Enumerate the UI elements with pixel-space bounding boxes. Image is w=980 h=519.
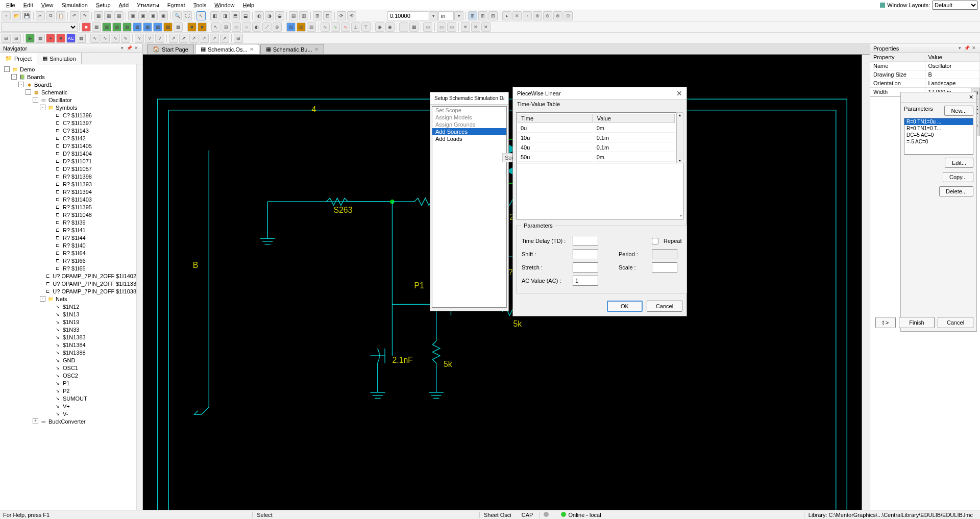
scale-input-pwl[interactable]: [652, 262, 677, 273]
tree-node[interactable]: -📗Boards: [0, 73, 136, 81]
tree-node[interactable]: ⊏D? $1I1071: [0, 157, 136, 165]
tree-node[interactable]: ↘$1N1384: [0, 341, 136, 349]
unit-down-icon[interactable]: ▾: [454, 11, 463, 20]
tb3-f[interactable]: ■: [56, 34, 65, 43]
menu-simulation[interactable]: Simulation: [57, 1, 91, 9]
tb3-h[interactable]: ▦: [77, 34, 86, 43]
tb2-t[interactable]: ▤: [286, 22, 296, 32]
tree-node[interactable]: ↘$1N1388: [0, 349, 136, 356]
tb2-aa[interactable]: ⊤: [361, 22, 371, 32]
setup-steps-list[interactable]: Set ScopeAssign ModelsAssign GroundsAdd …: [432, 106, 507, 308]
repeat-checkbox[interactable]: [652, 238, 658, 244]
tb3-t[interactable]: ↗: [210, 34, 219, 43]
grid3-icon[interactable]: ⊞: [488, 11, 498, 20]
tree-node[interactable]: ↘V-: [0, 410, 136, 417]
tb-misc7[interactable]: ⊙: [564, 11, 573, 20]
tree-scrollbar[interactable]: [136, 64, 142, 510]
tb-redo-icon[interactable]: ↷: [80, 11, 89, 20]
tb-combo[interactable]: [1, 22, 78, 32]
tree-node[interactable]: ⊏R? $1I41: [0, 226, 136, 234]
tb3-b[interactable]: ⊞: [12, 34, 21, 43]
tree-node[interactable]: ⊏U? OPAMP_7PIN_2OFF $1I1038: [0, 287, 136, 295]
tb-new-icon[interactable]: ▫: [2, 11, 11, 20]
menu-format[interactable]: Format: [163, 1, 189, 9]
tb3-q[interactable]: ↗: [179, 34, 188, 43]
canvas-vscroll[interactable]: [862, 55, 870, 519]
tree-node[interactable]: ⊏R? $1I40: [0, 241, 136, 249]
tb3-p[interactable]: ↗: [169, 34, 178, 43]
menu-utilities[interactable]: Утилиты: [133, 1, 163, 9]
menu-help[interactable]: Help: [238, 1, 258, 9]
params-new-button[interactable]: New...: [944, 106, 973, 116]
td-input[interactable]: [573, 236, 598, 246]
prop-close-icon[interactable]: ✕: [971, 45, 977, 52]
tree-node[interactable]: ↘$1N1383: [0, 333, 136, 341]
tb-copy-icon[interactable]: ⧉: [46, 11, 55, 20]
tree-node[interactable]: -📁Demo: [0, 65, 136, 73]
setup-step[interactable]: Assign Models: [432, 114, 506, 121]
pwl-dialog-title[interactable]: PieceWise Linear ✕: [513, 87, 687, 100]
tb3-g[interactable]: AC: [66, 34, 76, 43]
scale-down-icon[interactable]: ▾: [429, 11, 438, 20]
tb3-u[interactable]: ↗: [220, 34, 229, 43]
tb-misc5[interactable]: ⊖: [543, 11, 552, 20]
tb2-u[interactable]: ▤: [297, 22, 306, 32]
tb2-w[interactable]: ∿: [321, 22, 330, 32]
setup-step[interactable]: Assign Grounds: [432, 121, 506, 128]
tree-node[interactable]: ⊏U? OPAMP_7PIN_2OFF $1I1133: [0, 280, 136, 287]
tb3-j[interactable]: ∿: [101, 34, 110, 43]
tb2-q[interactable]: ◐: [252, 22, 261, 32]
tree-node[interactable]: ⊏R? $1I64: [0, 249, 136, 257]
tb-cut-icon[interactable]: ✂: [36, 11, 45, 20]
grid2-icon[interactable]: ⊞: [478, 11, 487, 20]
tree-node[interactable]: ↘P1: [0, 379, 136, 387]
tree-node[interactable]: ⊏C? $1I143: [0, 127, 136, 134]
tb-btn-l[interactable]: ◐: [255, 11, 264, 20]
tb-btn-r[interactable]: ⊟: [323, 11, 332, 20]
tb2-gg[interactable]: ▭: [437, 22, 446, 32]
tb2-ee[interactable]: ▦: [409, 22, 419, 32]
tb-btn-g[interactable]: ▣: [159, 11, 168, 20]
nav-tab-project[interactable]: 📁Project: [0, 53, 37, 64]
tab-close-icon[interactable]: ✕: [314, 46, 318, 52]
tree-node[interactable]: ⊏R? $1I44: [0, 234, 136, 241]
tb2-dd[interactable]: ⋮: [399, 22, 408, 32]
tb2-h[interactable]: ▦: [153, 22, 162, 32]
tb2-k[interactable]: ■: [187, 22, 197, 32]
tb2-v[interactable]: ▤: [307, 22, 316, 32]
tb-btn-q[interactable]: ⊞: [313, 11, 322, 20]
tree-node[interactable]: ⊏U? OPAMP_7PIN_2OFF $1I1402: [0, 272, 136, 280]
tb-misc4[interactable]: ⊕: [533, 11, 542, 20]
params-list[interactable]: R=0 TN1=0u ...R=0 TN1=0 T...DC=5 AC=0=-5…: [904, 118, 973, 155]
tb2-a[interactable]: ■: [82, 22, 91, 32]
tb-btn-c[interactable]: ▦: [114, 11, 124, 20]
wizard-finish-button[interactable]: Finish: [899, 317, 935, 328]
tv-resize-icon[interactable]: ▾: [680, 213, 682, 218]
tree-node[interactable]: ↘V+: [0, 402, 136, 410]
tb2-n[interactable]: ⊞: [222, 22, 231, 32]
tb-zoomfit-icon[interactable]: ⛶: [183, 11, 192, 20]
tb2-b[interactable]: ▦: [92, 22, 101, 32]
tree-node[interactable]: ⊏R? $1I39: [0, 218, 136, 226]
properties-grid[interactable]: PropertyValueNameOscillatorDrawing SizeB…: [870, 53, 980, 97]
tb2-ii[interactable]: ✕: [461, 22, 470, 32]
wizard-cancel-button[interactable]: Cancel: [938, 317, 973, 328]
time-value-table[interactable]: TimeValue0u0m10u0.1m40u0.1m50u0m: [516, 112, 676, 163]
tb3-o[interactable]: ?: [155, 34, 164, 43]
nav-tab-simulation[interactable]: ▦Simulation: [37, 53, 81, 64]
tb2-jj[interactable]: ✕: [471, 22, 480, 32]
tree-node[interactable]: +▭BuckConverter: [0, 417, 136, 425]
tb2-j[interactable]: ▦: [174, 22, 183, 32]
tb-undo-icon[interactable]: ↶: [70, 11, 79, 20]
tb2-c[interactable]: ▦: [102, 22, 111, 32]
param-item[interactable]: R=0 TN1=0u ...: [904, 118, 973, 125]
tab-close-icon[interactable]: ✕: [250, 46, 254, 52]
grid-icon[interactable]: ⊞: [468, 11, 477, 20]
tb2-m[interactable]: ↖: [211, 22, 220, 32]
pwl-ok-button[interactable]: OK: [607, 301, 643, 312]
tb3-e[interactable]: ●: [46, 34, 55, 43]
tb2-s[interactable]: ⊕: [273, 22, 282, 32]
tree-node[interactable]: ⊏R? $1I1395: [0, 203, 136, 211]
tree-node[interactable]: ↘OSC1: [0, 364, 136, 372]
tb3-a[interactable]: ⊞: [2, 34, 11, 43]
